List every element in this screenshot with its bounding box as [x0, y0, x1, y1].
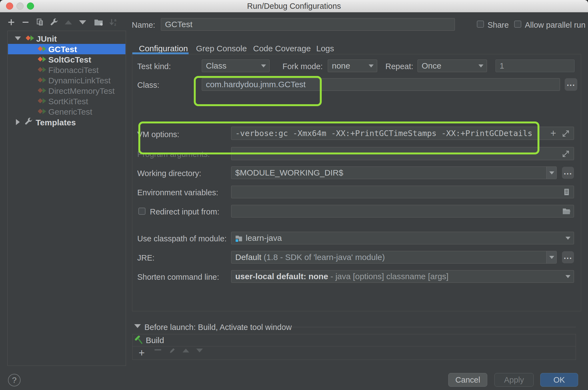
wrench-icon	[50, 18, 58, 27]
before-launch-list: Build +	[132, 334, 576, 360]
remove-configuration-button[interactable]	[21, 18, 30, 27]
tree-item-label: SortKitTest	[48, 97, 88, 106]
active-tab-underline	[132, 52, 189, 54]
fork-mode-value: none	[332, 60, 350, 72]
shorten-value-rest: - java [options] classname [args]	[328, 272, 449, 281]
build-hammer-icon	[135, 336, 144, 346]
jre-browse-button[interactable]: ...	[562, 251, 574, 263]
class-label: Class:	[137, 81, 159, 90]
sort-alpha-icon: az	[109, 18, 118, 27]
copy-icon	[36, 18, 44, 26]
move-up-button	[64, 18, 73, 27]
tree-item-dynamiclinktest[interactable]: DynamicLinkTest	[8, 75, 126, 86]
fork-mode-label: Fork mode:	[282, 62, 323, 71]
repeat-count-input: 1	[495, 60, 575, 72]
move-down-button[interactable]	[78, 18, 87, 27]
vm-options-value: -verbose:gc -Xmx64m -XX:+PrintGCTimeStam…	[235, 127, 533, 140]
tree-item-gctest[interactable]: GCTest	[8, 44, 126, 54]
chevron-expanded-icon[interactable]	[15, 36, 21, 40]
jre-value: Default (1.8 - SDK of 'learn-java' modul…	[235, 251, 385, 263]
expand-field-icon[interactable]	[562, 150, 570, 159]
working-directory-browse-button[interactable]: ...	[562, 167, 574, 179]
junit-config-icon	[38, 76, 47, 84]
add-configuration-button[interactable]	[7, 18, 16, 27]
tree-item-label: DirectMemoryTest	[48, 86, 115, 96]
add-task-button[interactable]: +	[139, 347, 145, 359]
tree-item-sortkittest[interactable]: SortKitTest	[8, 96, 126, 106]
program-arguments-input[interactable]	[231, 147, 574, 160]
test-kind-value: Class	[206, 60, 226, 72]
junit-config-icon	[38, 66, 47, 74]
before-launch-item-build[interactable]: Build	[133, 334, 576, 346]
allow-parallel-run-checkbox[interactable]	[514, 21, 521, 28]
apply-button[interactable]: Apply	[494, 373, 534, 387]
class-input[interactable]: com.hardydou.jmm.GCTest	[202, 78, 560, 91]
remove-task-button	[155, 349, 161, 351]
tree-item-directmemorytest[interactable]: DirectMemoryTest	[8, 86, 126, 96]
shorten-command-line-dropdown[interactable]: user-local default: none - java [options…	[231, 270, 574, 283]
plus-icon	[7, 18, 15, 26]
tree-item-junit[interactable]: JUnit	[8, 33, 126, 44]
edit-task-button	[168, 347, 176, 356]
chevron-down-icon	[565, 237, 570, 240]
repeat-dropdown[interactable]: Once	[418, 60, 487, 72]
copy-configuration-button[interactable]	[35, 18, 44, 27]
environment-variables-input[interactable]	[231, 186, 574, 198]
repeat-count-value: 1	[500, 60, 504, 72]
new-folder-icon	[94, 18, 103, 26]
cancel-button[interactable]: Cancel	[448, 373, 487, 387]
tab-configuration[interactable]: Configuration	[139, 44, 188, 53]
ok-button[interactable]: OK	[540, 373, 578, 387]
use-classpath-dropdown[interactable]: learn-java	[231, 232, 574, 244]
vm-options-input[interactable]: -verbose:gc -Xmx64m -XX:+PrintGCTimeStam…	[231, 127, 574, 140]
fork-mode-dropdown[interactable]: none	[328, 60, 377, 72]
before-launch-collapse-icon[interactable]	[134, 324, 141, 328]
tab-code-coverage[interactable]: Code Coverage	[253, 44, 311, 53]
redirect-input-checkbox[interactable]	[138, 208, 145, 215]
new-folder-button[interactable]	[94, 18, 103, 27]
tree-item-templates[interactable]: Templates	[8, 117, 126, 128]
build-item-label: Build	[146, 336, 164, 345]
junit-config-icon	[38, 86, 47, 95]
test-kind-dropdown[interactable]: Class	[202, 60, 270, 72]
tab-logs[interactable]: Logs	[316, 44, 334, 53]
name-input[interactable]: GCTest	[161, 18, 455, 31]
chevron-down-icon	[549, 171, 554, 174]
tree-item-soltgctest[interactable]: SoltGcTest	[8, 54, 126, 65]
working-directory-combobox[interactable]: $MODULE_WORKING_DIR$	[231, 166, 557, 179]
wrench-icon	[24, 117, 33, 127]
junit-config-icon	[38, 107, 47, 115]
share-checkbox[interactable]	[477, 21, 484, 28]
allow-parallel-run-label: Allow parallel run	[525, 21, 586, 30]
svg-text:z: z	[114, 22, 116, 27]
help-button[interactable]: ?	[8, 374, 21, 386]
tree-item-label: DynamicLinkTest	[48, 76, 111, 85]
tree-item-generictest[interactable]: GenericTest	[8, 106, 126, 117]
add-vm-option-icon[interactable]: +	[550, 128, 556, 139]
configurations-tree: JUnit GCTest SoltGcTest FibonacciTest Dy…	[7, 31, 126, 366]
repeat-label: Repeat:	[385, 62, 413, 71]
redirect-input-label: Redirect input from:	[150, 207, 219, 216]
working-directory-dropdown-button[interactable]	[546, 167, 556, 179]
name-label: Name:	[132, 21, 155, 30]
tree-item-label: JUnit	[36, 34, 57, 44]
expand-field-icon[interactable]	[562, 129, 570, 139]
tree-item-label: FibonacciTest	[48, 66, 99, 75]
folder-icon[interactable]	[562, 208, 570, 216]
title-bar: Run/Debug Configurations	[0, 0, 588, 12]
run-debug-configurations-dialog: Run/Debug Configurations az JUnit GCTest	[0, 0, 588, 390]
use-classpath-label: Use classpath of module:	[137, 234, 227, 243]
jre-combobox[interactable]: Default (1.8 - SDK of 'learn-java' modul…	[231, 251, 557, 264]
junit-config-icon	[38, 97, 47, 105]
tab-grep-console[interactable]: Grep Console	[196, 44, 247, 53]
chevron-collapsed-icon[interactable]	[16, 119, 20, 125]
class-browse-button[interactable]: ...	[565, 78, 577, 91]
program-arguments-label: Program arguments:	[137, 150, 210, 159]
redirect-input-field[interactable]	[231, 205, 574, 217]
tree-item-fibonaccitest[interactable]: FibonacciTest	[8, 65, 126, 75]
jre-dropdown-button[interactable]	[546, 251, 556, 263]
tree-item-label: GCTest	[48, 45, 77, 54]
before-launch-toolbar: +	[133, 346, 576, 360]
edit-defaults-button[interactable]	[49, 18, 59, 27]
edit-variables-icon[interactable]	[563, 188, 570, 197]
